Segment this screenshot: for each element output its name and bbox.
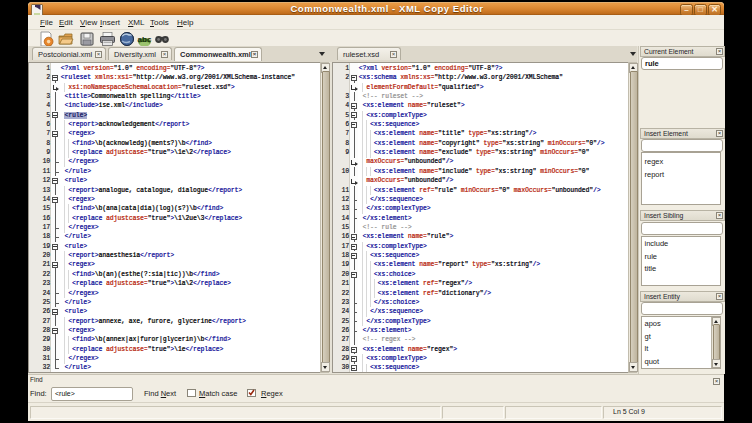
svg-text:abc: abc — [138, 35, 152, 44]
